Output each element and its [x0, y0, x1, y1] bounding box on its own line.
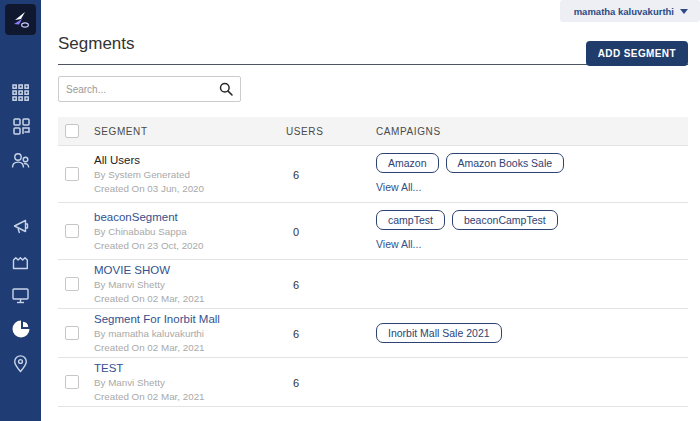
- table-body: All Users By System Generated Created On…: [58, 146, 688, 407]
- campaign-chips: AmazonAmazon Books Sale: [376, 153, 688, 173]
- segment-name[interactable]: beaconSegment: [94, 210, 286, 225]
- brand-logo-icon: [9, 8, 32, 31]
- col-header-users: USERS: [286, 126, 376, 137]
- segments-pie-icon: [10, 318, 32, 340]
- sidebar-item-offers[interactable]: [0, 244, 41, 278]
- segments-table: SEGMENT USERS CAMPAIGNS All Users By Sys…: [58, 117, 688, 407]
- segment-name[interactable]: TEST: [94, 361, 286, 376]
- table-row: All Users By System Generated Created On…: [58, 146, 688, 203]
- campaign-chip[interactable]: Inorbit Mall Sale 2021: [376, 323, 502, 343]
- segment-name[interactable]: All Users: [94, 153, 286, 168]
- search-icon[interactable]: [218, 81, 234, 101]
- segment-created: Created On 02 Mar, 2021: [94, 390, 286, 404]
- brand-logo[interactable]: [5, 4, 36, 35]
- row-checkbox[interactable]: [65, 326, 79, 340]
- main-area: mamatha kaluvakurthi Segments ADD SEGMEN…: [41, 0, 700, 421]
- sidebar-item-geofence[interactable]: [0, 346, 41, 380]
- table-header: SEGMENT USERS CAMPAIGNS: [58, 117, 688, 146]
- segment-author: By mamatha kaluvakurthi: [94, 327, 286, 341]
- segment-created: Created On 02 Mar, 2021: [94, 341, 286, 355]
- sidebar-item-segments[interactable]: [0, 312, 41, 346]
- add-segment-button[interactable]: ADD SEGMENT: [586, 41, 688, 66]
- sidebar-item-apps[interactable]: [0, 75, 41, 109]
- search-box: [58, 76, 241, 102]
- segment-created: Created On 02 Mar, 2021: [94, 292, 286, 306]
- users-icon: [10, 150, 31, 171]
- campaign-chip[interactable]: campTest: [376, 210, 445, 230]
- sidebar: [0, 0, 41, 421]
- users-count: 0: [286, 226, 299, 238]
- campaign-chip[interactable]: Amazon Books Sale: [446, 153, 565, 173]
- sidebar-item-dashboard[interactable]: [0, 109, 41, 143]
- select-all-checkbox[interactable]: [65, 124, 79, 138]
- campaign-chip[interactable]: beaconCampTest: [452, 210, 558, 230]
- sidebar-item-campaigns[interactable]: [0, 210, 41, 244]
- table-row: MOVIE SHOW By Manvi Shetty Created On 02…: [58, 260, 688, 309]
- col-header-campaigns: CAMPAIGNS: [376, 126, 688, 137]
- segment-name[interactable]: Segment For Inorbit Mall: [94, 312, 286, 327]
- sidebar-item-users[interactable]: [0, 143, 41, 177]
- row-checkbox[interactable]: [65, 375, 79, 389]
- view-all-link[interactable]: View All...: [376, 238, 421, 250]
- dashboard-icon: [11, 116, 31, 136]
- campaign-chips: campTestbeaconCampTest: [376, 210, 688, 230]
- apps-grid-icon: [11, 83, 30, 102]
- segment-author: By Manvi Shetty: [94, 376, 286, 390]
- segment-created: Created On 03 Jun, 2020: [94, 182, 286, 196]
- users-count: 6: [286, 279, 299, 291]
- user-menu[interactable]: mamatha kaluvakurthi: [560, 0, 700, 22]
- segment-author: By Chinababu Sappa: [94, 225, 286, 239]
- users-count: 6: [286, 377, 299, 389]
- row-checkbox[interactable]: [65, 277, 79, 291]
- offers-icon: [10, 251, 31, 272]
- row-checkbox[interactable]: [65, 167, 79, 181]
- geofence-pin-icon: [10, 353, 31, 374]
- campaign-chips: Inorbit Mall Sale 2021: [376, 323, 688, 343]
- row-checkbox[interactable]: [65, 224, 79, 238]
- col-header-segment: SEGMENT: [94, 126, 286, 137]
- view-all-link[interactable]: View All...: [376, 181, 421, 193]
- sidebar-nav: [0, 75, 41, 380]
- table-row: beaconSegment By Chinababu Sappa Created…: [58, 203, 688, 260]
- table-row: Segment For Inorbit Mall By mamatha kalu…: [58, 309, 688, 358]
- table-row: TEST By Manvi Shetty Created On 02 Mar, …: [58, 358, 688, 407]
- segment-name[interactable]: MOVIE SHOW: [94, 263, 286, 278]
- desktop-icon: [10, 285, 31, 306]
- content: Segments ADD SEGMENT SEGMENT USERS CAMPA…: [41, 0, 700, 407]
- users-count: 6: [286, 328, 299, 340]
- user-name: mamatha kaluvakurthi: [574, 6, 674, 17]
- chevron-down-icon: [680, 9, 688, 14]
- segment-created: Created On 23 Oct, 2020: [94, 239, 286, 253]
- sidebar-item-devices[interactable]: [0, 278, 41, 312]
- megaphone-icon: [10, 217, 31, 238]
- segment-author: By System Generated: [94, 168, 286, 182]
- users-count: 6: [286, 169, 299, 181]
- campaign-chip[interactable]: Amazon: [376, 153, 439, 173]
- segment-author: By Manvi Shetty: [94, 278, 286, 292]
- search-input[interactable]: [58, 76, 241, 102]
